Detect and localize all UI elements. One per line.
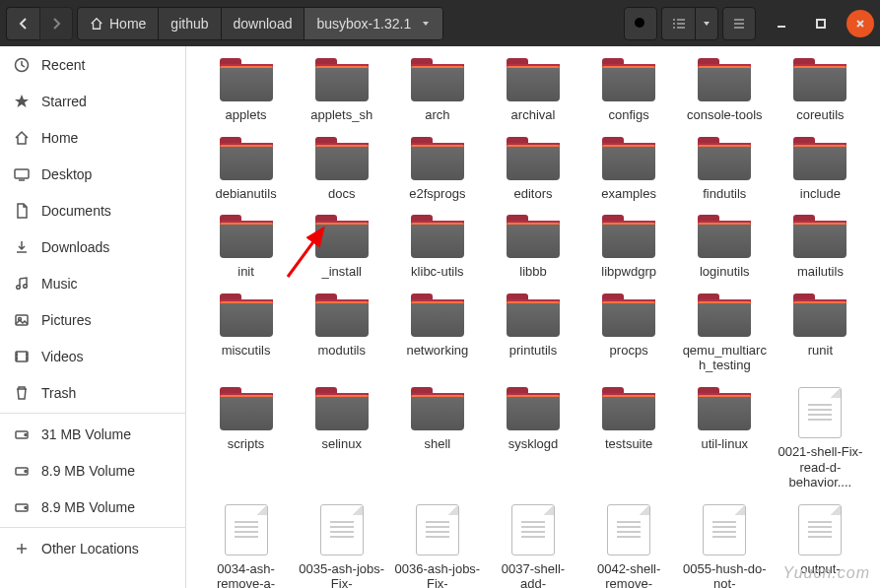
folder-item[interactable]: debianutils <box>198 133 294 206</box>
folder-label: mailutils <box>797 264 844 280</box>
file-item[interactable]: 0034-ash-remove-a- <box>198 500 294 588</box>
folder-label: arch <box>425 107 449 123</box>
maximize-button[interactable] <box>807 10 835 37</box>
folder-item[interactable]: examples <box>581 133 677 206</box>
folder-label: loginutils <box>700 264 750 280</box>
folder-label: findutils <box>703 186 746 202</box>
folder-label: klibc-utils <box>411 264 463 280</box>
folder-label: editors <box>513 186 552 202</box>
view-dropdown-button[interactable] <box>695 7 718 40</box>
file-item[interactable]: 0036-ash-jobs-Fix- <box>389 500 485 588</box>
folder-item[interactable]: include <box>773 133 868 206</box>
folder-icon <box>602 387 655 430</box>
search-button[interactable] <box>624 7 657 40</box>
folder-item[interactable]: libpwdgrp <box>581 211 677 284</box>
folder-icon <box>793 215 846 258</box>
menu-button[interactable] <box>722 7 756 40</box>
folder-icon <box>602 215 655 258</box>
folder-item[interactable]: shell <box>389 383 485 494</box>
folder-item[interactable]: e2fsprogs <box>389 133 485 206</box>
folder-item[interactable]: miscutils <box>198 290 294 377</box>
sidebar-recent[interactable]: Recent <box>0 46 185 83</box>
folder-item[interactable]: console-tools <box>677 54 773 127</box>
sidebar-pictures[interactable]: Pictures <box>0 301 185 338</box>
text-file-icon <box>416 504 459 555</box>
folder-label: examples <box>601 186 656 202</box>
text-file-icon <box>798 387 842 438</box>
sidebar-downloads[interactable]: Downloads <box>0 229 185 265</box>
folder-item[interactable]: coreutils <box>773 54 868 127</box>
sidebar-starred[interactable]: Starred <box>0 83 185 119</box>
folder-item[interactable]: networking <box>389 290 485 377</box>
folder-icon <box>411 58 464 101</box>
sidebar-home[interactable]: Home <box>0 119 185 156</box>
folder-item[interactable]: selinux <box>294 383 389 494</box>
file-label: 0034-ash-remove-a- <box>202 561 291 588</box>
breadcrumb-download[interactable]: download <box>222 8 305 39</box>
folder-item[interactable]: editors <box>485 133 580 206</box>
folder-icon <box>220 58 273 101</box>
folder-icon <box>793 58 846 101</box>
file-item[interactable]: 0042-shell-remove- <box>581 500 677 588</box>
folder-item[interactable]: sysklogd <box>485 383 580 494</box>
sidebar-other-locations[interactable]: Other Locations <box>0 530 185 566</box>
minimize-button[interactable] <box>768 10 795 37</box>
folder-item[interactable]: procps <box>581 290 677 377</box>
folder-item[interactable]: arch <box>389 54 485 127</box>
folder-item[interactable]: scripts <box>198 383 294 494</box>
folder-item[interactable]: runit <box>773 290 868 377</box>
folder-icon <box>315 137 369 180</box>
sidebar: Recent Starred Home Desktop Documents Do… <box>0 46 186 588</box>
folder-item[interactable]: testsuite <box>581 383 677 494</box>
folder-item[interactable]: printutils <box>485 290 580 377</box>
folder-item[interactable]: modutils <box>294 290 389 377</box>
folder-item[interactable]: qemu_multiarch_testing <box>677 290 773 377</box>
folder-item[interactable]: util-linux <box>677 383 773 494</box>
sidebar-desktop[interactable]: Desktop <box>0 156 185 192</box>
svg-rect-11 <box>16 468 28 475</box>
file-label: 0036-ash-jobs-Fix- <box>393 561 482 588</box>
sidebar-music[interactable]: Music <box>0 265 185 301</box>
file-label: 0035-ash-jobs-Fix- <box>298 561 386 588</box>
back-button[interactable] <box>6 7 39 40</box>
sidebar-volume-0[interactable]: 31 MB Volume <box>0 416 185 452</box>
view-list-button[interactable] <box>661 7 695 40</box>
file-item[interactable]: 0037-shell-add- <box>485 500 580 588</box>
folder-icon <box>507 294 560 337</box>
folder-item[interactable]: klibc-utils <box>389 211 485 284</box>
folder-icon <box>220 137 273 180</box>
sidebar-documents[interactable]: Documents <box>0 192 185 229</box>
folder-label: archival <box>511 107 556 123</box>
folder-item[interactable]: init <box>198 211 294 284</box>
titlebar: Home github download busybox-1.32.1 <box>0 0 880 46</box>
folder-item[interactable]: archival <box>485 54 580 127</box>
file-label: 0042-shell-remove- <box>584 561 673 588</box>
forward-button[interactable] <box>39 7 73 40</box>
folder-item[interactable]: configs <box>581 54 677 127</box>
sidebar-volume-2[interactable]: 8.9 MB Volume <box>0 489 185 525</box>
sidebar-videos[interactable]: Videos <box>0 338 185 374</box>
breadcrumb-home[interactable]: Home <box>78 8 159 39</box>
file-item[interactable]: 0055-hush-do-not- <box>677 500 773 588</box>
folder-icon <box>698 58 751 101</box>
folder-item[interactable]: loginutils <box>677 211 773 284</box>
folder-label: applets <box>226 107 267 123</box>
folder-item[interactable]: applets <box>198 54 294 127</box>
svg-point-4 <box>17 285 21 289</box>
close-button[interactable] <box>846 10 874 37</box>
breadcrumb-current[interactable]: busybox-1.32.1 <box>305 8 442 39</box>
sidebar-trash[interactable]: Trash <box>0 374 185 411</box>
file-item[interactable]: 0035-ash-jobs-Fix- <box>294 500 389 588</box>
folder-item[interactable]: mailutils <box>773 211 868 284</box>
breadcrumb-github[interactable]: github <box>159 8 221 39</box>
folder-item[interactable]: libbb <box>485 211 580 284</box>
folder-icon <box>411 387 464 430</box>
folder-item[interactable]: _install <box>294 211 389 284</box>
folder-item[interactable]: findutils <box>677 133 773 206</box>
folder-icon <box>602 137 655 180</box>
folder-icon <box>507 215 560 258</box>
folder-item[interactable]: applets_sh <box>294 54 389 127</box>
sidebar-volume-1[interactable]: 8.9 MB Volume <box>0 452 185 489</box>
folder-item[interactable]: docs <box>294 133 389 206</box>
file-item[interactable]: 0021-shell-Fix-read-d-behavior.... <box>773 383 868 494</box>
